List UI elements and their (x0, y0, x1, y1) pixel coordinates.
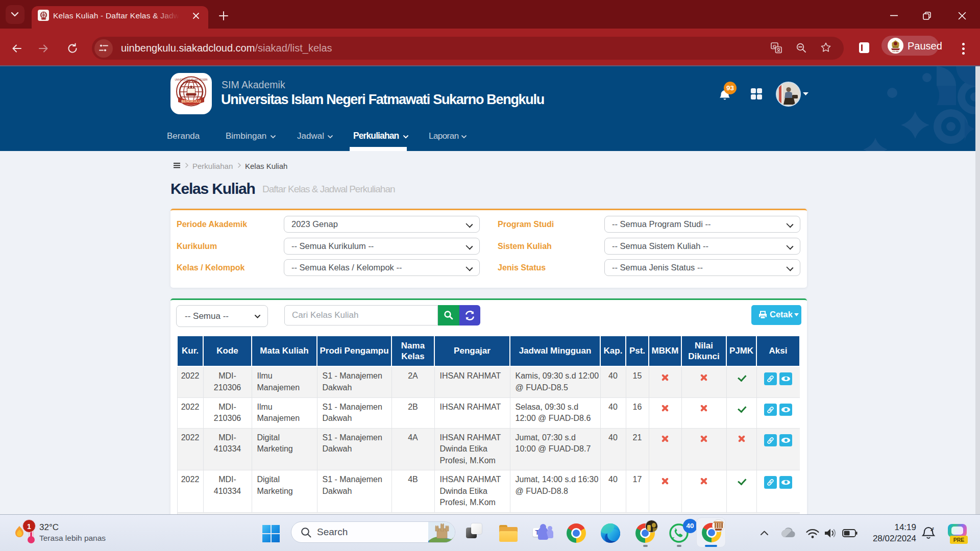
svg-text:BENGKULU: BENGKULU (181, 99, 201, 103)
svg-text:z: z (933, 527, 935, 530)
svg-text:UIN FAS: UIN FAS (892, 51, 898, 53)
